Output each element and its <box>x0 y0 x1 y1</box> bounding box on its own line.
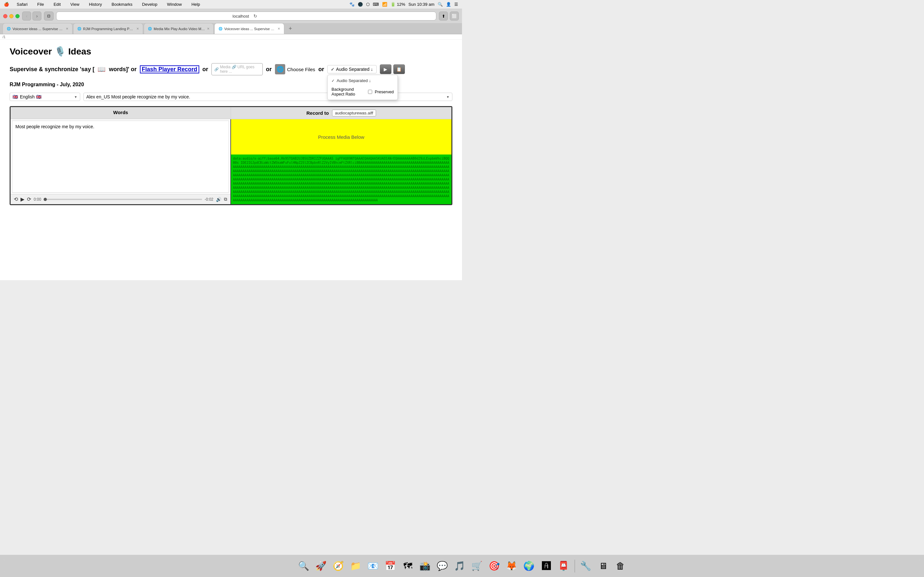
captions-icon[interactable]: ⧉ <box>224 197 227 202</box>
lang-flag: 🇬🇧 <box>13 94 18 99</box>
skip-back-button[interactable]: ⟲ <box>14 196 18 202</box>
subtitle-prefix: Supervise & synchronize 'say [ <box>10 66 94 73</box>
forward-button[interactable]: › <box>32 11 41 21</box>
record-to-label: Record to <box>306 110 329 116</box>
dropdown-label-0: Audio Separated ↓ <box>336 78 371 83</box>
menu-develop[interactable]: Develop <box>140 1 160 7</box>
mimestream-icon: 🌑 <box>358 2 363 7</box>
tab-favicon-3: 🌐 <box>148 27 152 31</box>
tab-4-active[interactable]: 🌐 Voiceover ideas ... Supervise and sync… <box>214 23 284 34</box>
skip-forward-button[interactable]: ⟳ <box>27 196 31 202</box>
words-textarea[interactable]: Most people recognize me by my voice. <box>12 121 229 193</box>
voice-chevron-icon: ▼ <box>446 95 449 99</box>
kaspersky-icon: 🐾 <box>349 2 355 7</box>
dropdown-item-audio-separated[interactable]: ✓ Audio Separated ↓ <box>328 76 397 85</box>
aspect-checkbox[interactable] <box>368 90 372 94</box>
apple-menu[interactable]: 🍎 <box>4 2 9 7</box>
tab-2[interactable]: 🌐 RJM Programming Landing Page - Welcome… <box>73 23 143 34</box>
total-time: -0:02 <box>205 197 213 201</box>
words-column-header: Words <box>11 107 231 119</box>
tab-close-3[interactable]: ✕ <box>207 27 210 31</box>
menu-view[interactable]: View <box>68 1 81 7</box>
lang-chevron-icon: ▼ <box>74 95 78 99</box>
tab-favicon-2: 🌐 <box>78 27 81 31</box>
choose-files-label[interactable]: Choose Files <box>287 67 315 72</box>
search-icon[interactable]: 🔍 <box>438 2 443 7</box>
share-button[interactable]: ⬆ <box>439 11 448 21</box>
checkmark-active: ✓ <box>331 67 334 72</box>
dropdown-row-aspect[interactable]: Background Aspect Ratio Preserved <box>328 85 397 98</box>
play-button[interactable]: ▶ <box>380 64 391 74</box>
maximize-button[interactable] <box>15 14 19 18</box>
sidebar-button[interactable]: ⬜ <box>450 11 459 21</box>
list-button[interactable]: 📋 <box>393 64 405 74</box>
browser-actions: ⬆ ⬜ <box>439 11 459 21</box>
reload-button[interactable]: ↻ <box>251 11 260 21</box>
reader-button[interactable]: ⊡ <box>44 11 53 21</box>
menu-file[interactable]: File <box>35 1 46 7</box>
process-media-label: Process Media Below <box>318 134 364 140</box>
flash-player-link[interactable]: Flash Player Record <box>140 65 199 73</box>
menu-bookmarks[interactable]: Bookmarks <box>110 1 134 7</box>
link-icon: 🔗 <box>214 67 219 71</box>
audio-player: ⟲ ▶ ⟳ 0:00 -0:02 🔊 ⧉ <box>11 194 230 204</box>
menu-right-icons: 🐾 🌑 ⬡ ⌨ 📶 🔋 12% Sun 10:39 am 🔍 👤 ☰ <box>349 2 458 7</box>
tab-close-2[interactable]: ✕ <box>136 27 139 31</box>
menu-history[interactable]: History <box>87 1 103 7</box>
tab-label-2: RJM Programming Landing Page - Welcome t… <box>83 27 134 31</box>
audio-dropdown-container: ✓ Audio Separated ↓ ✓ Audio Separated ↓ … <box>327 65 376 73</box>
menu-edit[interactable]: Edit <box>52 1 63 7</box>
audio-separated-label: Audio Separated ↓ <box>336 67 373 72</box>
title-prefix: Voiceover <box>10 47 52 57</box>
minimize-button[interactable] <box>9 14 13 18</box>
wifi-icon: 📶 <box>382 2 387 7</box>
close-button[interactable] <box>3 14 7 18</box>
tab-favicon-4: 🌐 <box>218 27 222 31</box>
menu-help[interactable]: Help <box>190 1 202 7</box>
browser-chrome: ‹ › ⊡ localhost ↻ ⬆ ⬜ 🌐 Voiceover ideas … <box>0 9 462 34</box>
url-text: localhost <box>233 14 249 19</box>
progress-bar[interactable] <box>44 199 202 200</box>
book-icon: 📖 <box>97 65 105 73</box>
user-icon[interactable]: 👤 <box>446 2 451 7</box>
new-tab-button[interactable]: + <box>286 24 294 33</box>
menu-safari[interactable]: Safari <box>15 1 29 7</box>
audio-dropdown-trigger[interactable]: ✓ Audio Separated ↓ <box>327 65 376 73</box>
audio-data-area: data:audio/x-aiff;base64,Rk9STQAB2UJBSUZ… <box>231 155 451 204</box>
tab-3[interactable]: 🌐 Media Mix Play Audio Video Mix Share T… <box>144 23 214 34</box>
or-label-1: or <box>202 66 208 73</box>
tab-1[interactable]: 🌐 Voiceover ideas ... Supervise and sync… <box>3 23 73 34</box>
record-filename: audiocapturewas.aiff <box>332 110 376 116</box>
volume-icon[interactable]: 🔊 <box>216 197 221 202</box>
tab-close-1[interactable]: ✕ <box>66 27 68 31</box>
traffic-lights <box>3 14 19 18</box>
bluetooth-icon: ⌨ <box>373 2 379 7</box>
back-button[interactable]: ‹ <box>22 11 31 21</box>
action-buttons: ▶ 📋 <box>380 64 405 74</box>
url-bar[interactable]: localhost ↻ <box>56 11 436 21</box>
play-pause-button[interactable]: ▶ <box>21 196 24 202</box>
airplay-icon: ⬡ <box>366 2 370 7</box>
or-label-2: or <box>266 66 272 73</box>
voice-label: Alex en_US Most people recognize me by m… <box>86 94 190 99</box>
subtitle-row: Supervise & synchronize 'say [ 📖 words]'… <box>10 63 452 75</box>
url-placeholder: Media 🔗 URL goes here ... <box>220 65 260 74</box>
url-input[interactable]: 🔗 Media 🔗 URL goes here ... <box>212 63 263 75</box>
globe-icon[interactable]: 🌐 <box>275 64 285 74</box>
language-selector[interactable]: 🇬🇧 English 🇬🇧 ▼ <box>10 93 80 101</box>
page-title: Voiceover 🎙️ Ideas <box>10 46 452 57</box>
tab-close-4[interactable]: ✕ <box>278 27 280 31</box>
choose-files-container: 🌐 Choose Files <box>275 64 315 74</box>
control-strip-icon[interactable]: ☰ <box>454 2 458 7</box>
menu-window[interactable]: Window <box>165 1 184 7</box>
progress-dot <box>44 198 47 201</box>
dropdown-label-2: Preserved <box>375 89 394 94</box>
tab-label-3: Media Mix Play Audio Video Mix Share Tut… <box>153 27 205 31</box>
tab-label-4: Voiceover ideas ... Supervise and synchr… <box>224 27 276 31</box>
panel-header: Words Record to audiocapturewas.aiff <box>11 107 451 119</box>
browser-toolbar: ‹ › ⊡ localhost ↻ ⬆ ⬜ <box>0 9 462 23</box>
panel-right: Process Media Below data:audio/x-aiff;ba… <box>231 119 451 204</box>
subtitle-middle: words]' or <box>109 66 136 73</box>
process-media-area: Process Media Below <box>231 119 451 155</box>
main-panel: Words Record to audiocapturewas.aiff Mos… <box>10 106 452 205</box>
